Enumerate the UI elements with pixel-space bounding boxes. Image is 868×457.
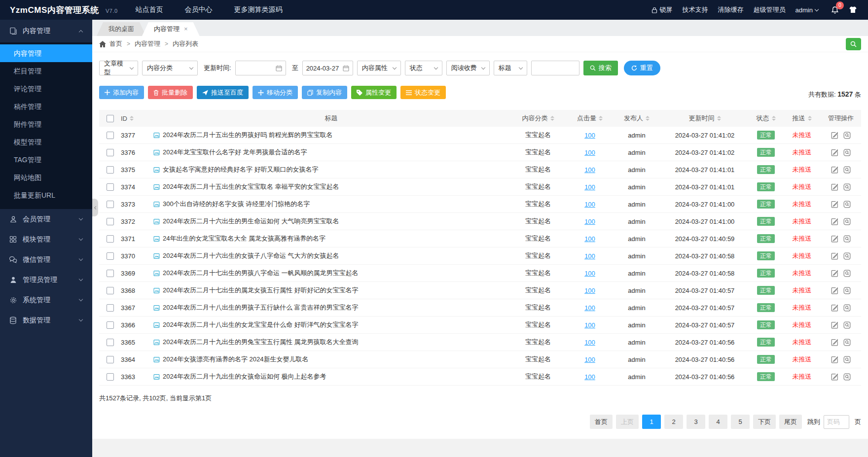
page-button[interactable]: 1	[642, 415, 661, 429]
page-button[interactable]: 5	[731, 415, 750, 429]
row-title-link[interactable]: 2024年女孩漂亮有涵养的名字 2024新生女婴儿取名	[163, 355, 308, 364]
sort-control[interactable]	[808, 116, 812, 121]
sidebar-group-wechat[interactable]: 微信管理	[0, 249, 92, 270]
row-clicks-link[interactable]: 100	[584, 201, 595, 208]
sidebar-group-content[interactable]: 内容管理	[0, 20, 92, 42]
edit-icon[interactable]	[831, 356, 838, 363]
preview-icon[interactable]	[843, 270, 851, 277]
row-checkbox[interactable]	[107, 304, 114, 312]
sidebar-submenu-item[interactable]: 批量更新URL	[0, 186, 92, 204]
row-clicks-link[interactable]: 100	[584, 132, 595, 139]
page-button[interactable]: 4	[709, 415, 727, 429]
row-checkbox[interactable]	[107, 373, 114, 381]
breadcrumb-item[interactable]: >内容管理	[122, 39, 160, 48]
row-checkbox[interactable]	[107, 183, 114, 191]
edit-icon[interactable]	[831, 183, 838, 191]
row-checkbox[interactable]	[107, 356, 114, 363]
row-clicks-link[interactable]: 100	[584, 252, 595, 260]
sort-control[interactable]	[130, 116, 134, 121]
preview-icon[interactable]	[843, 149, 851, 156]
edit-icon[interactable]	[831, 235, 838, 243]
sidebar-group-data[interactable]: 数据管理	[0, 310, 92, 330]
row-title-link[interactable]: 24年出生的女龙宝宝取名大全 属龙女孩高雅有涵养的名字	[163, 234, 326, 243]
date-from-input[interactable]	[235, 61, 286, 75]
page-button[interactable]: 上页	[616, 415, 639, 429]
row-title-link[interactable]: 2024年农历二月十五出生的男孩好吗 前程光辉的男宝宝取名	[163, 131, 333, 140]
search-button[interactable]: 搜索	[583, 61, 618, 75]
attr-change-button[interactable]: 属性变更	[351, 86, 397, 99]
row-title-link[interactable]: 2024年农历二月十八出生的女龙宝宝是什么命 好听洋气的女宝宝名字	[163, 320, 359, 329]
top-nav-item[interactable]: 会员中心	[185, 5, 213, 14]
preview-icon[interactable]	[843, 287, 851, 294]
sidebar-submenu-item[interactable]: 内容管理	[0, 44, 92, 62]
brand-logo[interactable]: YzmCMS内容管理系统 V7.0	[10, 4, 118, 16]
preview-icon[interactable]	[843, 373, 851, 381]
edit-icon[interactable]	[831, 339, 838, 346]
row-title-link[interactable]: 2024年农历二月十六出生的男生命运如何 大气响亮男宝宝取名	[163, 217, 339, 226]
date-to-input[interactable]: 2024-03-27	[302, 61, 353, 75]
row-clicks-link[interactable]: 100	[584, 270, 595, 277]
attribute-select[interactable]: 内容属性	[357, 61, 401, 75]
sidebar-submenu-item[interactable]: 网站地图	[0, 169, 92, 186]
row-checkbox[interactable]	[107, 149, 114, 156]
row-clicks-link[interactable]: 100	[584, 339, 595, 346]
breadcrumb-item[interactable]: >内容列表	[160, 39, 198, 48]
row-title-link[interactable]: 2024年农历二月十九出生的男兔宝宝五行属性 属龙男孩取名大全查询	[163, 338, 359, 347]
row-title-link[interactable]: 300个出自诗经的好名字女孩 诗经里冷门惊艳的名字	[163, 200, 310, 209]
row-title-link[interactable]: 2024年龙宝宝取什么名字好 龙年男孩最合适的名字	[163, 148, 307, 157]
row-checkbox[interactable]	[107, 235, 114, 243]
jump-page-input[interactable]	[824, 415, 849, 429]
row-checkbox[interactable]	[107, 166, 114, 174]
lock-screen-button[interactable]: 锁屏	[651, 5, 673, 14]
tab-content-manage[interactable]: 内容管理 ×	[142, 22, 200, 36]
status-select[interactable]: 状态	[405, 61, 442, 75]
move-category-button[interactable]: 移动分类	[253, 86, 298, 99]
preview-icon[interactable]	[843, 201, 851, 208]
row-clicks-link[interactable]: 100	[584, 304, 595, 312]
sort-control[interactable]	[599, 116, 603, 121]
toggle-search-button[interactable]	[846, 38, 861, 50]
keyword-input[interactable]	[531, 61, 579, 75]
clear-cache-link[interactable]: 清除缓存	[718, 5, 744, 14]
tech-support-link[interactable]: 技术支持	[683, 5, 708, 14]
row-checkbox[interactable]	[107, 339, 114, 346]
sort-control[interactable]	[717, 116, 721, 121]
preview-icon[interactable]	[843, 339, 851, 346]
row-title-link[interactable]: 2024年农历二月十七出生的男孩八字命运 一帆风顺的属龙男宝宝起名	[163, 269, 359, 278]
preview-icon[interactable]	[843, 183, 851, 191]
batch-delete-button[interactable]: 批量删除	[148, 86, 193, 99]
sidebar-submenu-item[interactable]: TAG管理	[0, 151, 92, 169]
edit-icon[interactable]	[831, 321, 838, 329]
sidebar-group-member[interactable]: 会员管理	[0, 209, 92, 229]
edit-icon[interactable]	[831, 252, 838, 260]
push-baidu-button[interactable]: 推送至百度	[197, 86, 249, 99]
preview-icon[interactable]	[843, 235, 851, 243]
preview-icon[interactable]	[843, 356, 851, 363]
preview-icon[interactable]	[843, 252, 851, 260]
sidebar-group-system[interactable]: 系统管理	[0, 290, 92, 310]
field-select[interactable]: 标题	[494, 61, 527, 75]
edit-icon[interactable]	[831, 304, 838, 312]
row-checkbox[interactable]	[107, 321, 114, 329]
sidebar-submenu-item[interactable]: 模型管理	[0, 133, 92, 151]
sidebar-group-admin[interactable]: 管理员管理	[0, 270, 92, 290]
preview-icon[interactable]	[843, 218, 851, 225]
row-checkbox[interactable]	[107, 287, 114, 294]
reset-button[interactable]: 重置	[624, 61, 660, 75]
row-clicks-link[interactable]: 100	[584, 149, 595, 156]
page-button[interactable]: 3	[687, 415, 705, 429]
row-clicks-link[interactable]: 100	[584, 373, 595, 381]
row-clicks-link[interactable]: 100	[584, 183, 595, 191]
tab-close-icon[interactable]: ×	[184, 22, 188, 36]
preview-icon[interactable]	[843, 321, 851, 329]
sidebar-group-module[interactable]: 模块管理	[0, 229, 92, 249]
breadcrumb-item[interactable]: >首页	[109, 39, 122, 48]
preview-icon[interactable]	[843, 304, 851, 312]
page-button[interactable]: 首页	[590, 415, 613, 429]
notification-bell-button[interactable]: 0	[831, 6, 839, 14]
status-change-button[interactable]: 状态变更	[400, 86, 446, 99]
sidebar-submenu-item[interactable]: 评论管理	[0, 80, 92, 98]
row-checkbox[interactable]	[107, 218, 114, 225]
edit-icon[interactable]	[831, 270, 838, 277]
sidebar-collapse-handle[interactable]	[92, 199, 98, 216]
